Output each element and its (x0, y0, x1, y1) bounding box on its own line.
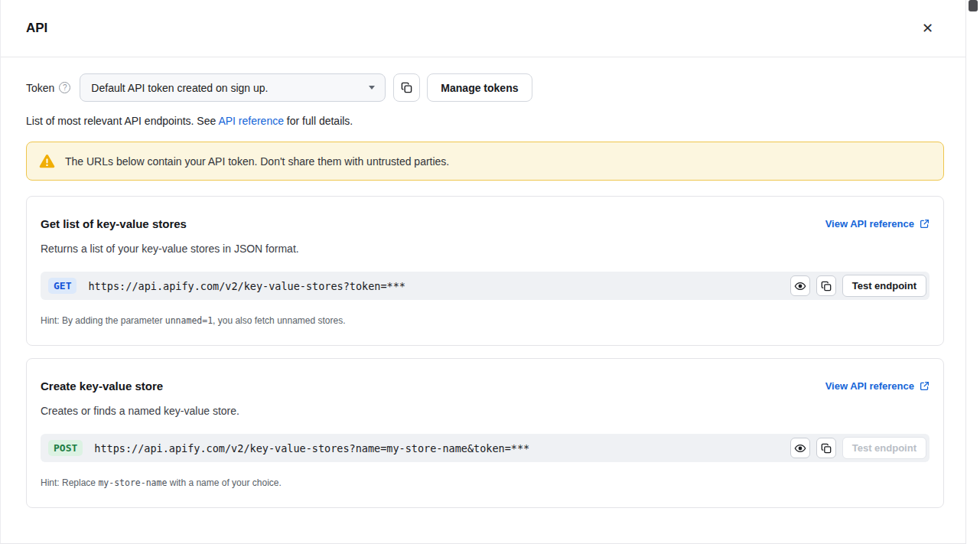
copy-icon (821, 281, 832, 292)
hint-before: Hint: By adding the parameter (41, 315, 165, 326)
endpoint-title: Create key-value store (41, 379, 163, 393)
reveal-token-button[interactable] (790, 438, 810, 458)
endpoint-hint: Hint: By adding the parameter unnamed=1,… (41, 315, 930, 326)
view-api-reference-link[interactable]: View API reference (825, 380, 930, 392)
copy-icon (821, 443, 832, 454)
reveal-token-button[interactable] (790, 275, 810, 296)
warning-text: The URLs below contain your API token. D… (65, 155, 449, 168)
card-head: Get list of key-value stores View API re… (41, 217, 930, 230)
method-badge: POST (48, 440, 83, 456)
copy-icon (401, 82, 412, 93)
eye-icon (794, 280, 806, 292)
api-modal: API ✕ Token ? Default API token created … (0, 0, 966, 544)
api-reference-link[interactable]: API reference (218, 115, 284, 127)
intro-before: List of most relevant API endpoints. See (26, 115, 218, 127)
manage-tokens-button[interactable]: Manage tokens (427, 73, 532, 102)
test-endpoint-button[interactable]: Test endpoint (842, 437, 926, 459)
endpoint-card-get-list: Get list of key-value stores View API re… (26, 196, 944, 346)
scrollbar-track[interactable] (966, 0, 980, 544)
card-head: Create key-value store View API referenc… (41, 379, 930, 393)
hint-after: , you also fetch unnamed stores. (213, 315, 345, 326)
eye-icon (794, 442, 806, 454)
scrollbar-thumb[interactable] (969, 0, 978, 11)
method-badge: GET (48, 278, 77, 294)
copy-url-button[interactable] (816, 438, 836, 458)
url-actions: Test endpoint (790, 437, 926, 459)
endpoint-hint: Hint: Replace my-store-name with a name … (41, 477, 930, 488)
hint-after: with a name of your choice. (167, 477, 281, 488)
token-label: Token (26, 82, 54, 94)
token-row: Token ? Default API token created on sig… (26, 73, 944, 102)
chevron-down-icon (369, 86, 375, 90)
endpoint-description: Creates or finds a named key-value store… (41, 405, 930, 417)
endpoint-url-bar: POST https://api.apify.com/v2/key-value-… (41, 434, 930, 462)
view-api-reference-link[interactable]: View API reference (825, 218, 930, 230)
copy-url-button[interactable] (816, 275, 836, 296)
view-api-reference-label: View API reference (825, 380, 914, 392)
endpoint-url: https://api.apify.com/v2/key-value-store… (88, 280, 790, 292)
help-icon[interactable]: ? (59, 82, 70, 93)
test-endpoint-button[interactable]: Test endpoint (842, 275, 926, 297)
modal-header: API ✕ (1, 0, 965, 57)
warning-icon (39, 154, 55, 168)
warning-banner: The URLs below contain your API token. D… (26, 142, 944, 181)
page-title: API (26, 21, 47, 36)
endpoint-title: Get list of key-value stores (41, 217, 187, 230)
token-select-value: Default API token created on sign up. (91, 82, 268, 94)
intro-text: List of most relevant API endpoints. See… (26, 115, 944, 127)
help-glyph: ? (63, 84, 67, 92)
external-link-icon (920, 381, 930, 391)
close-icon: ✕ (922, 21, 933, 36)
hint-code: unnamed=1 (165, 315, 213, 326)
close-button[interactable]: ✕ (919, 18, 936, 38)
intro-after: for full details. (284, 115, 353, 127)
endpoint-url-bar: GET https://api.apify.com/v2/key-value-s… (41, 272, 930, 300)
url-actions: Test endpoint (790, 275, 926, 297)
hint-before: Hint: Replace (41, 477, 98, 488)
token-select[interactable]: Default API token created on sign up. (80, 73, 386, 102)
external-link-icon (920, 219, 930, 229)
view-api-reference-label: View API reference (825, 218, 914, 230)
endpoint-description: Returns a list of your key-value stores … (41, 243, 930, 255)
modal-content: Token ? Default API token created on sig… (1, 57, 965, 508)
copy-token-button[interactable] (393, 73, 420, 102)
hint-code: my-store-name (98, 477, 167, 488)
endpoint-url: https://api.apify.com/v2/key-value-store… (94, 442, 790, 454)
endpoint-card-create-store: Create key-value store View API referenc… (26, 358, 944, 508)
